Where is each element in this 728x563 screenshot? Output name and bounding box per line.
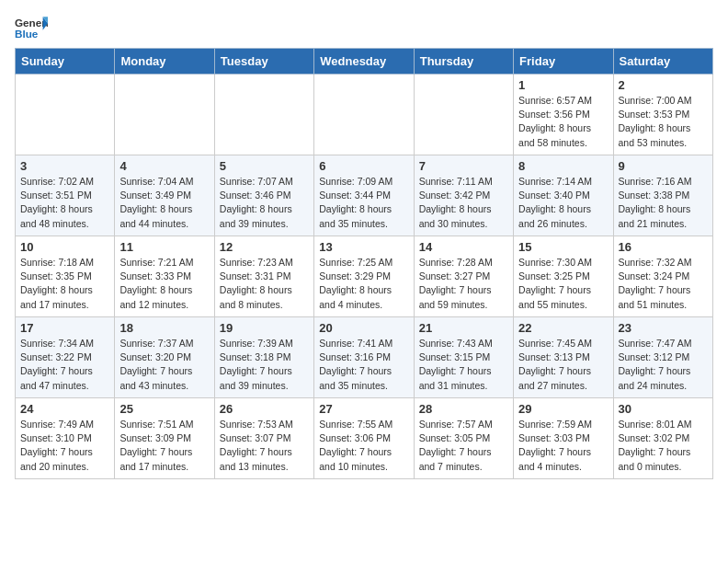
header: General Blue xyxy=(15,15,713,40)
weekday-header-thursday: Thursday xyxy=(414,49,513,75)
day-number: 27 xyxy=(319,402,408,416)
week-row-1: 1Sunrise: 6:57 AM Sunset: 3:56 PM Daylig… xyxy=(16,75,713,155)
day-number: 14 xyxy=(419,240,508,254)
calendar-cell: 5Sunrise: 7:07 AM Sunset: 3:46 PM Daylig… xyxy=(214,155,313,236)
calendar-table: SundayMondayTuesdayWednesdayThursdayFrid… xyxy=(15,48,713,479)
day-info: Sunrise: 7:28 AM Sunset: 3:27 PM Dayligh… xyxy=(419,256,508,312)
day-info: Sunrise: 7:00 AM Sunset: 3:53 PM Dayligh… xyxy=(619,94,708,150)
calendar-cell: 24Sunrise: 7:49 AM Sunset: 3:10 PM Dayli… xyxy=(16,398,115,479)
day-number: 2 xyxy=(619,78,708,92)
calendar-cell: 29Sunrise: 7:59 AM Sunset: 3:03 PM Dayli… xyxy=(514,398,613,479)
weekday-header-tuesday: Tuesday xyxy=(214,49,313,75)
calendar-cell: 16Sunrise: 7:32 AM Sunset: 3:24 PM Dayli… xyxy=(613,236,712,317)
day-info: Sunrise: 7:18 AM Sunset: 3:35 PM Dayligh… xyxy=(20,256,109,312)
calendar-cell: 8Sunrise: 7:14 AM Sunset: 3:40 PM Daylig… xyxy=(514,155,613,236)
day-number: 19 xyxy=(220,321,309,335)
day-info: Sunrise: 7:09 AM Sunset: 3:44 PM Dayligh… xyxy=(319,175,408,231)
day-number: 20 xyxy=(319,321,408,335)
calendar-cell: 15Sunrise: 7:30 AM Sunset: 3:25 PM Dayli… xyxy=(514,236,613,317)
day-number: 18 xyxy=(119,321,209,335)
day-number: 26 xyxy=(220,402,309,416)
calendar-cell: 17Sunrise: 7:34 AM Sunset: 3:22 PM Dayli… xyxy=(16,317,115,398)
day-info: Sunrise: 7:53 AM Sunset: 3:07 PM Dayligh… xyxy=(220,418,309,474)
day-number: 5 xyxy=(220,159,309,173)
day-info: Sunrise: 7:47 AM Sunset: 3:12 PM Dayligh… xyxy=(619,337,708,393)
day-number: 4 xyxy=(119,159,209,173)
calendar-cell: 30Sunrise: 8:01 AM Sunset: 3:02 PM Dayli… xyxy=(613,398,712,479)
week-row-4: 17Sunrise: 7:34 AM Sunset: 3:22 PM Dayli… xyxy=(16,317,713,398)
day-info: Sunrise: 7:07 AM Sunset: 3:46 PM Dayligh… xyxy=(220,175,309,231)
day-info: Sunrise: 7:30 AM Sunset: 3:25 PM Dayligh… xyxy=(518,256,608,312)
logo-icon: General Blue xyxy=(15,15,48,40)
calendar-cell: 21Sunrise: 7:43 AM Sunset: 3:15 PM Dayli… xyxy=(414,317,513,398)
day-number: 16 xyxy=(619,240,708,254)
day-info: Sunrise: 7:55 AM Sunset: 3:06 PM Dayligh… xyxy=(319,418,408,474)
calendar-cell: 25Sunrise: 7:51 AM Sunset: 3:09 PM Dayli… xyxy=(115,398,214,479)
day-number: 9 xyxy=(619,159,708,173)
day-info: Sunrise: 7:45 AM Sunset: 3:13 PM Dayligh… xyxy=(518,337,608,393)
calendar-cell xyxy=(414,75,513,155)
calendar-cell: 22Sunrise: 7:45 AM Sunset: 3:13 PM Dayli… xyxy=(514,317,613,398)
calendar-cell: 9Sunrise: 7:16 AM Sunset: 3:38 PM Daylig… xyxy=(613,155,712,236)
day-number: 7 xyxy=(419,159,508,173)
calendar-cell xyxy=(314,75,414,155)
day-number: 13 xyxy=(319,240,408,254)
day-info: Sunrise: 7:14 AM Sunset: 3:40 PM Dayligh… xyxy=(518,175,608,231)
day-info: Sunrise: 7:32 AM Sunset: 3:24 PM Dayligh… xyxy=(619,256,708,312)
day-number: 11 xyxy=(119,240,209,254)
day-number: 22 xyxy=(518,321,608,335)
day-number: 15 xyxy=(518,240,608,254)
calendar-cell: 13Sunrise: 7:25 AM Sunset: 3:29 PM Dayli… xyxy=(314,236,414,317)
calendar-cell: 27Sunrise: 7:55 AM Sunset: 3:06 PM Dayli… xyxy=(314,398,414,479)
day-number: 24 xyxy=(20,402,109,416)
day-info: Sunrise: 7:43 AM Sunset: 3:15 PM Dayligh… xyxy=(419,337,508,393)
calendar-cell: 2Sunrise: 7:00 AM Sunset: 3:53 PM Daylig… xyxy=(613,75,712,155)
calendar-cell xyxy=(214,75,313,155)
weekday-header-saturday: Saturday xyxy=(613,49,712,75)
week-row-2: 3Sunrise: 7:02 AM Sunset: 3:51 PM Daylig… xyxy=(16,155,713,236)
day-info: Sunrise: 7:49 AM Sunset: 3:10 PM Dayligh… xyxy=(20,418,109,474)
day-number: 28 xyxy=(419,402,508,416)
day-number: 29 xyxy=(518,402,608,416)
day-number: 30 xyxy=(619,402,708,416)
calendar-cell xyxy=(115,75,214,155)
calendar-cell: 7Sunrise: 7:11 AM Sunset: 3:42 PM Daylig… xyxy=(414,155,513,236)
logo: General Blue xyxy=(15,15,48,40)
calendar-cell: 10Sunrise: 7:18 AM Sunset: 3:35 PM Dayli… xyxy=(16,236,115,317)
day-info: Sunrise: 7:04 AM Sunset: 3:49 PM Dayligh… xyxy=(119,175,209,231)
svg-text:Blue: Blue xyxy=(15,28,39,40)
calendar-cell: 14Sunrise: 7:28 AM Sunset: 3:27 PM Dayli… xyxy=(414,236,513,317)
day-info: Sunrise: 7:51 AM Sunset: 3:09 PM Dayligh… xyxy=(119,418,209,474)
weekday-header-sunday: Sunday xyxy=(16,49,115,75)
day-number: 3 xyxy=(20,159,109,173)
day-number: 17 xyxy=(20,321,109,335)
calendar-cell: 28Sunrise: 7:57 AM Sunset: 3:05 PM Dayli… xyxy=(414,398,513,479)
calendar-cell: 3Sunrise: 7:02 AM Sunset: 3:51 PM Daylig… xyxy=(16,155,115,236)
day-info: Sunrise: 7:25 AM Sunset: 3:29 PM Dayligh… xyxy=(319,256,408,312)
day-info: Sunrise: 7:23 AM Sunset: 3:31 PM Dayligh… xyxy=(220,256,309,312)
day-info: Sunrise: 7:59 AM Sunset: 3:03 PM Dayligh… xyxy=(518,418,608,474)
day-info: Sunrise: 7:57 AM Sunset: 3:05 PM Dayligh… xyxy=(419,418,508,474)
day-number: 12 xyxy=(220,240,309,254)
day-info: Sunrise: 7:34 AM Sunset: 3:22 PM Dayligh… xyxy=(20,337,109,393)
day-info: Sunrise: 8:01 AM Sunset: 3:02 PM Dayligh… xyxy=(619,418,708,474)
day-number: 8 xyxy=(518,159,608,173)
week-row-3: 10Sunrise: 7:18 AM Sunset: 3:35 PM Dayli… xyxy=(16,236,713,317)
calendar-cell: 4Sunrise: 7:04 AM Sunset: 3:49 PM Daylig… xyxy=(115,155,214,236)
calendar-cell: 6Sunrise: 7:09 AM Sunset: 3:44 PM Daylig… xyxy=(314,155,414,236)
weekday-header-friday: Friday xyxy=(514,49,613,75)
calendar-cell: 23Sunrise: 7:47 AM Sunset: 3:12 PM Dayli… xyxy=(613,317,712,398)
calendar-cell: 19Sunrise: 7:39 AM Sunset: 3:18 PM Dayli… xyxy=(214,317,313,398)
calendar-cell: 20Sunrise: 7:41 AM Sunset: 3:16 PM Dayli… xyxy=(314,317,414,398)
day-number: 10 xyxy=(20,240,109,254)
calendar-cell: 11Sunrise: 7:21 AM Sunset: 3:33 PM Dayli… xyxy=(115,236,214,317)
weekday-header-monday: Monday xyxy=(115,49,214,75)
calendar-cell: 26Sunrise: 7:53 AM Sunset: 3:07 PM Dayli… xyxy=(214,398,313,479)
day-number: 21 xyxy=(419,321,508,335)
week-row-5: 24Sunrise: 7:49 AM Sunset: 3:10 PM Dayli… xyxy=(16,398,713,479)
calendar-cell: 1Sunrise: 6:57 AM Sunset: 3:56 PM Daylig… xyxy=(514,75,613,155)
day-info: Sunrise: 7:39 AM Sunset: 3:18 PM Dayligh… xyxy=(220,337,309,393)
day-number: 1 xyxy=(518,78,608,92)
day-number: 6 xyxy=(319,159,408,173)
day-info: Sunrise: 7:41 AM Sunset: 3:16 PM Dayligh… xyxy=(319,337,408,393)
